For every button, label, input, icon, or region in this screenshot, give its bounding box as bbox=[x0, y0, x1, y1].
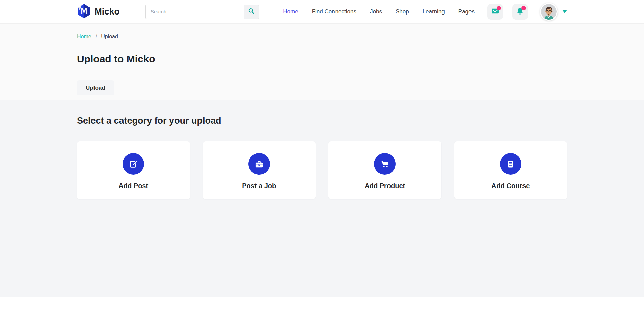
category-label: Add Post bbox=[118, 182, 148, 190]
brand-logo[interactable]: M Micko bbox=[77, 4, 120, 20]
book-icon bbox=[500, 153, 521, 175]
page-title: Upload to Micko bbox=[77, 53, 567, 65]
tab-bar: Upload bbox=[77, 80, 567, 95]
tab-upload[interactable]: Upload bbox=[77, 80, 114, 95]
top-navbar: M Micko Home Find Connections Jobs Shop bbox=[0, 0, 644, 24]
category-label: Add Product bbox=[365, 182, 405, 190]
notifications-button[interactable] bbox=[512, 4, 528, 20]
nav-item-shop[interactable]: Shop bbox=[396, 8, 409, 15]
messages-unread-dot bbox=[497, 6, 501, 10]
breadcrumb-home-link[interactable]: Home bbox=[77, 34, 91, 40]
brand-name: Micko bbox=[95, 6, 120, 17]
category-label: Post a Job bbox=[242, 182, 276, 190]
breadcrumb: Home / Upload bbox=[77, 34, 567, 40]
micko-logo-icon: M bbox=[77, 4, 91, 20]
search-icon bbox=[248, 7, 255, 16]
search-input[interactable] bbox=[145, 5, 244, 19]
category-label: Add Course bbox=[491, 182, 530, 190]
category-card-add-post[interactable]: Add Post bbox=[77, 141, 190, 199]
category-grid: Add Post Post a Job bbox=[77, 141, 567, 199]
nav-item-learning[interactable]: Learning bbox=[423, 8, 445, 15]
edit-icon bbox=[123, 153, 144, 175]
page-footer bbox=[0, 297, 644, 317]
nav-item-jobs[interactable]: Jobs bbox=[370, 8, 382, 15]
breadcrumb-separator: / bbox=[96, 34, 97, 40]
nav-item-home[interactable]: Home bbox=[283, 8, 298, 15]
search-box bbox=[145, 5, 259, 19]
main-nav: Home Find Connections Jobs Shop Learning… bbox=[283, 8, 475, 15]
svg-text:M: M bbox=[80, 7, 88, 16]
nav-item-find-connections[interactable]: Find Connections bbox=[312, 8, 356, 15]
category-card-add-product[interactable]: Add Product bbox=[328, 141, 441, 199]
chevron-down-icon[interactable] bbox=[562, 10, 567, 13]
avatar[interactable] bbox=[540, 3, 558, 21]
search-button[interactable] bbox=[244, 5, 259, 19]
briefcase-icon bbox=[248, 153, 270, 175]
category-card-post-a-job[interactable]: Post a Job bbox=[203, 141, 316, 199]
profile-menu bbox=[540, 3, 567, 21]
main-content: Select a category for your upload Add Po… bbox=[0, 100, 644, 297]
section-heading: Select a category for your upload bbox=[77, 116, 567, 126]
messages-button[interactable] bbox=[487, 4, 503, 20]
category-card-add-course[interactable]: Add Course bbox=[454, 141, 567, 199]
cart-icon bbox=[374, 153, 396, 175]
breadcrumb-current: Upload bbox=[101, 34, 118, 40]
notifications-unread-dot bbox=[521, 6, 526, 10]
nav-item-pages[interactable]: Pages bbox=[458, 8, 475, 15]
page-header: Home / Upload Upload to Micko Upload bbox=[0, 24, 644, 100]
